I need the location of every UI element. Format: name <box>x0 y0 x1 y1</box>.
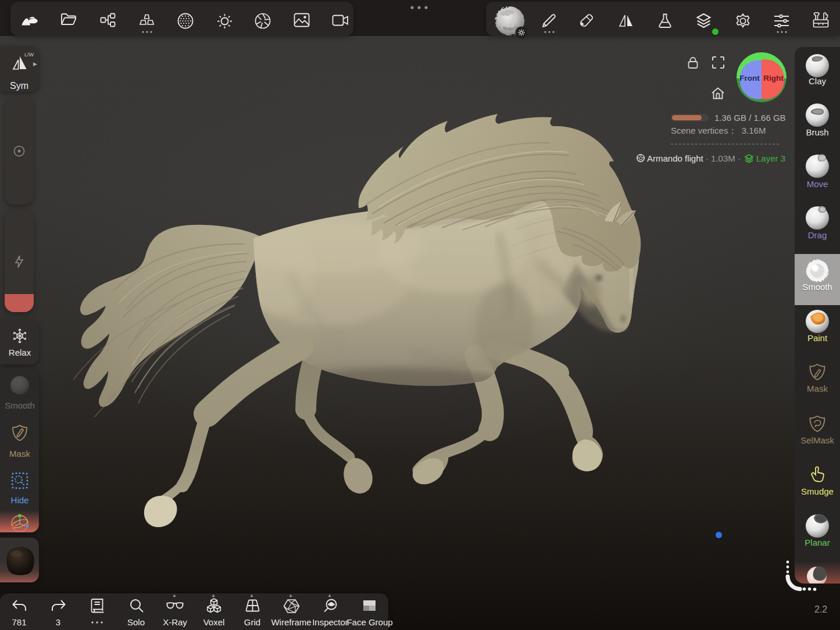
svg-text:Front: Front <box>739 74 760 83</box>
svg-text:Right: Right <box>763 74 784 83</box>
